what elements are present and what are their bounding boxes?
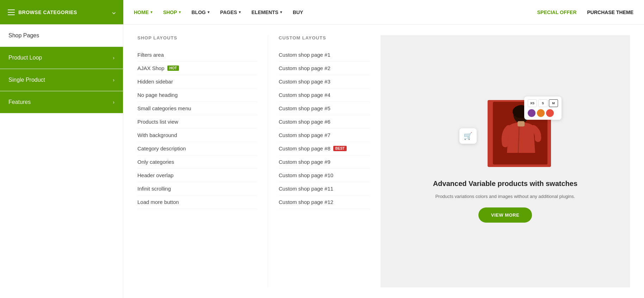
- promo-panel: 🛒 XS S M Advanced Variable pro: [380, 35, 630, 287]
- menu-item-custom-2[interactable]: Custom shop page #2: [279, 62, 370, 75]
- menu-item-custom-9[interactable]: Custom shop page #9: [279, 155, 370, 169]
- nav-elements[interactable]: ELEMENTS ▼: [248, 0, 286, 24]
- menu-item-header-overlap[interactable]: Header overlap: [137, 169, 257, 182]
- nav-pages[interactable]: PAGES ▼: [217, 0, 245, 24]
- menu-item-small-categories[interactable]: Small categories menu: [137, 102, 257, 115]
- chevron-right-icon: ›: [113, 77, 114, 83]
- menu-item-custom-3[interactable]: Custom shop page #3: [279, 75, 370, 88]
- sidebar-item-single-product[interactable]: Single Product ›: [0, 69, 123, 91]
- size-m: M: [549, 99, 558, 107]
- menu-item-infinit-scrolling[interactable]: Infinit scrolling: [137, 182, 257, 195]
- menu-item-custom-1[interactable]: Custom shop page #1: [279, 48, 370, 62]
- nav-shop[interactable]: SHOP ▼: [160, 0, 185, 24]
- shop-layouts-column: SHOP LAYOUTS Filters area AJAX Shop HOT …: [137, 35, 268, 287]
- nav-buy[interactable]: BUY: [289, 0, 307, 24]
- top-navigation: BROWSE CATEGORIES ⌵ HOME ▼ SHOP ▼ BLOG ▼…: [0, 0, 644, 25]
- size-swatches-row: XS S M: [528, 99, 558, 107]
- special-offer-link[interactable]: SPECIAL OFFER: [537, 10, 577, 15]
- color-orange: [537, 109, 545, 117]
- best-badge: BEST: [333, 146, 347, 151]
- menu-item-load-more[interactable]: Load more button: [137, 195, 257, 209]
- menu-item-products-list[interactable]: Products list view: [137, 115, 257, 129]
- color-swatches-row: [528, 109, 558, 117]
- menu-item-custom-12[interactable]: Custom shop page #12: [279, 195, 370, 209]
- chevron-right-icon: ›: [113, 33, 114, 38]
- browse-label: BROWSE CATEGORIES: [18, 10, 77, 15]
- hot-badge: HOT: [167, 66, 179, 71]
- color-purple: [528, 109, 535, 117]
- chevron-down-icon: ▼: [150, 10, 153, 14]
- menu-item-custom-4[interactable]: Custom shop page #4: [279, 88, 370, 102]
- menu-item-with-background[interactable]: With background: [137, 129, 257, 142]
- view-more-button[interactable]: VIEW MORE: [478, 207, 532, 223]
- sidebar-item-product-loop[interactable]: Product Loop ›: [0, 47, 123, 69]
- sidebar: Shop Pages › Product Loop › Single Produ…: [0, 25, 123, 298]
- promo-swatches-card: XS S M: [524, 97, 562, 120]
- menu-item-custom-8[interactable]: Custom shop page #8 BEST: [279, 142, 370, 155]
- promo-image: 🛒 XS S M: [459, 100, 551, 170]
- chevron-right-icon: ›: [113, 99, 114, 105]
- hamburger-icon: [8, 10, 15, 15]
- dropdown-main-content: SHOP LAYOUTS Filters area AJAX Shop HOT …: [123, 25, 644, 298]
- menu-item-ajax-shop[interactable]: AJAX Shop HOT: [137, 62, 257, 75]
- menu-item-custom-10[interactable]: Custom shop page #10: [279, 169, 370, 182]
- sidebar-item-shop-pages[interactable]: Shop Pages ›: [0, 25, 123, 47]
- nav-blog[interactable]: BLOG ▼: [188, 0, 214, 24]
- menu-item-custom-11[interactable]: Custom shop page #11: [279, 182, 370, 195]
- svg-rect-3: [518, 121, 525, 126]
- nav-right-actions: SPECIAL OFFER PURCHASE THEME: [537, 10, 644, 15]
- color-red: [546, 109, 554, 117]
- size-s: S: [538, 99, 547, 107]
- custom-layouts-column: CUSTOM LAYOUTS Custom shop page #1 Custo…: [268, 35, 380, 287]
- nav-links: HOME ▼ SHOP ▼ BLOG ▼ PAGES ▼ ELEMENTS ▼ …: [123, 0, 537, 24]
- menu-item-only-categories[interactable]: Only categories: [137, 155, 257, 169]
- chevron-down-icon: ▼: [279, 10, 283, 14]
- chevron-right-icon: ›: [113, 55, 114, 61]
- chevron-down-icon: ▼: [178, 10, 182, 14]
- menu-item-custom-7[interactable]: Custom shop page #7: [279, 129, 370, 142]
- menu-item-custom-5[interactable]: Custom shop page #5: [279, 102, 370, 115]
- browse-categories-button[interactable]: BROWSE CATEGORIES ⌵: [0, 0, 123, 24]
- menu-item-hidden-sidebar[interactable]: Hidden sidebar: [137, 75, 257, 88]
- promo-description: Products variations colors and images wi…: [435, 193, 575, 200]
- shop-layouts-header: SHOP LAYOUTS: [137, 35, 257, 41]
- purchase-theme-link[interactable]: PURCHASE THEME: [587, 10, 633, 15]
- menu-item-no-page-heading[interactable]: No page heading: [137, 88, 257, 102]
- promo-cart-card: 🛒: [459, 128, 477, 144]
- menu-item-filters-area[interactable]: Filters area: [137, 48, 257, 62]
- sidebar-item-features[interactable]: Features ›: [0, 91, 123, 113]
- size-xs: XS: [528, 99, 537, 107]
- nav-home[interactable]: HOME ▼: [130, 0, 157, 24]
- chevron-down-icon: ▼: [207, 10, 210, 14]
- chevron-down-icon: ⌵: [112, 9, 116, 15]
- menu-item-category-description[interactable]: Category description: [137, 142, 257, 155]
- cart-icon: 🛒: [464, 132, 472, 140]
- chevron-down-icon: ▼: [238, 10, 242, 14]
- dropdown-area: Shop Pages › Product Loop › Single Produ…: [0, 25, 644, 298]
- promo-title: Advanced Variable products with swatches: [433, 179, 577, 188]
- menu-item-custom-6[interactable]: Custom shop page #6: [279, 115, 370, 129]
- custom-layouts-header: CUSTOM LAYOUTS: [279, 35, 370, 41]
